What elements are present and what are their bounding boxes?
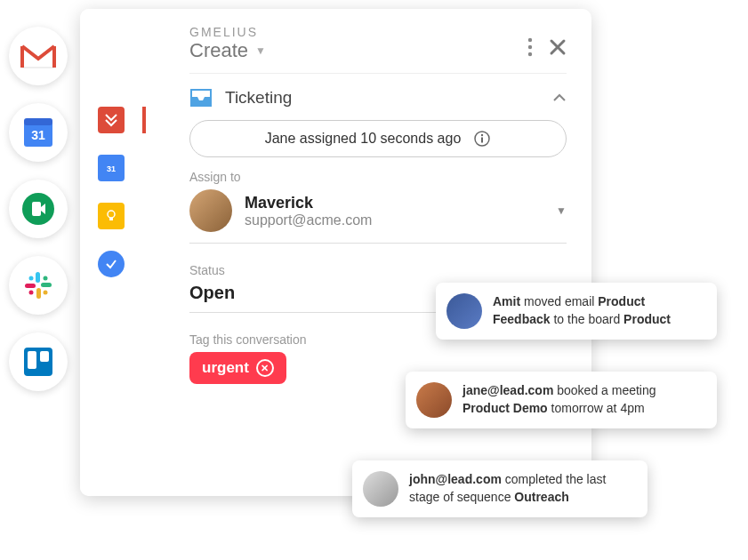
svg-point-10 <box>44 291 48 295</box>
info-icon[interactable] <box>473 130 491 148</box>
svg-rect-4 <box>36 272 40 283</box>
svg-point-16 <box>108 211 115 218</box>
svg-rect-14 <box>40 351 49 362</box>
sidebar-item-tasks[interactable] <box>98 251 125 277</box>
assignee-selector[interactable]: Maverick support@acme.com ▼ <box>189 189 567 244</box>
close-button[interactable] <box>549 38 567 60</box>
chevron-down-icon: ▼ <box>255 44 266 57</box>
svg-rect-13 <box>28 351 36 369</box>
svg-point-19 <box>528 45 532 49</box>
svg-rect-23 <box>481 138 483 143</box>
assign-label: Assign to <box>189 170 567 184</box>
sidebar-item-gmelius[interactable] <box>98 107 125 133</box>
tag-remove-button[interactable]: ✕ <box>256 359 274 377</box>
calendar-icon: 31 <box>22 116 54 148</box>
slack-app-icon[interactable] <box>9 256 68 315</box>
assignee-info: Maverick support@acme.com <box>245 194 543 228</box>
sidebar-item-calendar[interactable]: 31 <box>98 155 125 181</box>
lightbulb-icon <box>104 209 118 223</box>
toast-text: Amit moved email Product Feedback to the… <box>493 293 701 328</box>
trello-icon <box>22 346 54 378</box>
svg-rect-5 <box>41 283 52 287</box>
assignee-name: Maverick <box>245 194 543 212</box>
toast-avatar <box>446 293 482 329</box>
calendar-mini-icon: 31 <box>103 160 119 176</box>
assignment-pill: Jane assigned 10 seconds ago <box>189 120 567 157</box>
gmail-app-icon[interactable] <box>9 27 68 85</box>
svg-rect-6 <box>36 288 41 299</box>
svg-point-8 <box>29 276 34 281</box>
tag-chip-label: urgent <box>202 359 249 377</box>
toast-notification: jane@lead.com booked a meeting Product D… <box>406 372 717 428</box>
status-label: Status <box>189 263 567 277</box>
panel-header: GMELIUS Create ▼ <box>189 25 567 74</box>
assignee-avatar <box>189 189 232 232</box>
calendar-app-icon[interactable]: 31 <box>9 103 68 162</box>
assignee-dropdown-chevron[interactable]: ▼ <box>556 204 567 217</box>
meet-icon <box>20 191 56 227</box>
ticketing-section-header[interactable]: Ticketing <box>189 74 567 116</box>
more-button[interactable] <box>527 37 533 60</box>
sidebar: 31 <box>80 9 142 496</box>
toast-text: john@lead.com completed the last stage o… <box>409 471 631 506</box>
meet-app-icon[interactable] <box>9 180 68 238</box>
toast-notification: Amit moved email Product Feedback to the… <box>436 283 717 340</box>
collapse-button[interactable] <box>552 90 567 106</box>
svg-point-9 <box>44 276 48 281</box>
svg-rect-17 <box>109 218 113 220</box>
svg-text:31: 31 <box>31 128 45 142</box>
toast-notification: john@lead.com completed the last stage o… <box>352 460 647 517</box>
svg-point-11 <box>29 291 34 295</box>
sidebar-item-keep[interactable] <box>98 203 125 229</box>
toast-text: jane@lead.com booked a meeting Product D… <box>462 382 701 417</box>
section-title: Ticketing <box>225 88 540 108</box>
app-icons-column: 31 <box>9 27 68 391</box>
chevron-up-icon <box>552 93 567 102</box>
gmelius-icon <box>103 112 119 128</box>
toast-avatar <box>363 471 398 507</box>
create-dropdown[interactable]: Create ▼ <box>189 39 266 62</box>
check-icon <box>104 257 118 271</box>
inbox-icon <box>189 88 213 108</box>
create-label: Create <box>189 39 248 62</box>
svg-rect-7 <box>25 284 36 288</box>
svg-rect-1 <box>24 118 52 125</box>
slack-icon <box>22 269 54 301</box>
toast-avatar <box>416 382 452 418</box>
trello-app-icon[interactable] <box>9 332 68 391</box>
assignee-email: support@acme.com <box>245 212 543 228</box>
tag-chip-urgent: urgent ✕ <box>189 352 286 384</box>
svg-point-20 <box>528 52 532 56</box>
more-vertical-icon <box>527 37 533 57</box>
close-icon <box>549 38 567 56</box>
svg-point-22 <box>481 134 483 136</box>
gmail-icon <box>20 43 56 69</box>
brand-label: GMELIUS <box>189 25 266 39</box>
svg-text:31: 31 <box>107 164 116 173</box>
svg-point-18 <box>528 38 532 42</box>
assignment-text: Jane assigned 10 seconds ago <box>265 131 462 147</box>
